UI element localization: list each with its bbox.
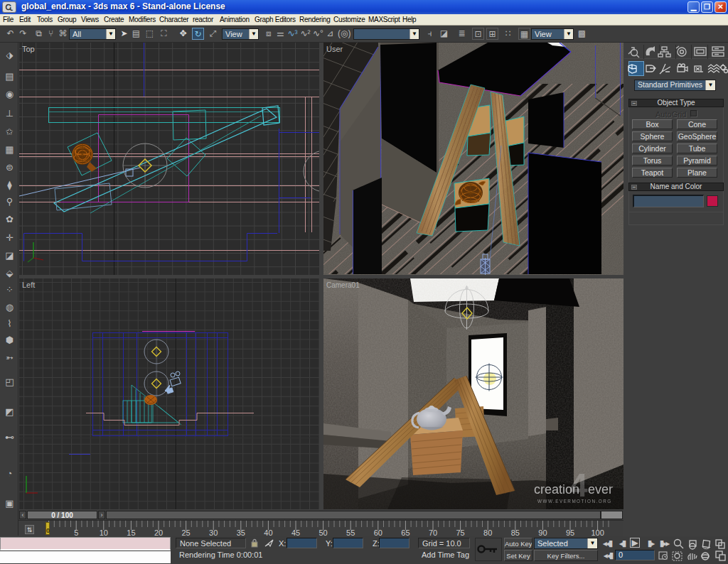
svg-text:Top: Top <box>22 45 35 53</box>
svg-text:User: User <box>326 45 343 53</box>
svg-text:Left: Left <box>22 281 35 289</box>
svg-text:Camera01: Camera01 <box>326 281 360 289</box>
svg-text:WWW.EVERMOTION.ORG: WWW.EVERMOTION.ORG <box>537 499 612 504</box>
svg-text:ever: ever <box>588 482 613 497</box>
svg-text:creation: creation <box>534 482 579 497</box>
